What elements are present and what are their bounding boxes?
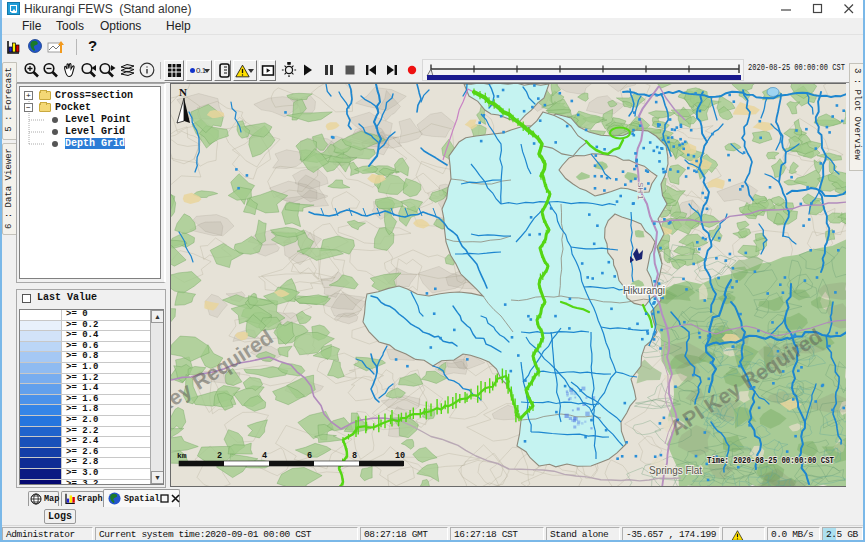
svg-text:6: 6 xyxy=(307,451,312,461)
svg-text:Time: 2020-08-25 00:00:00 CST: Time: 2020-08-25 00:00:00 CST xyxy=(707,455,834,466)
svg-text:4: 4 xyxy=(262,451,267,461)
svg-text:10: 10 xyxy=(395,451,405,461)
svg-text:Hikurangi: Hikurangi xyxy=(623,284,665,296)
svg-text:N: N xyxy=(179,86,187,98)
svg-text:Springs Flat: Springs Flat xyxy=(649,464,703,476)
svg-text:km: km xyxy=(177,451,187,460)
svg-text:SH 1: SH 1 xyxy=(636,182,645,200)
svg-text:2: 2 xyxy=(217,451,222,461)
svg-text:8: 8 xyxy=(352,451,357,461)
